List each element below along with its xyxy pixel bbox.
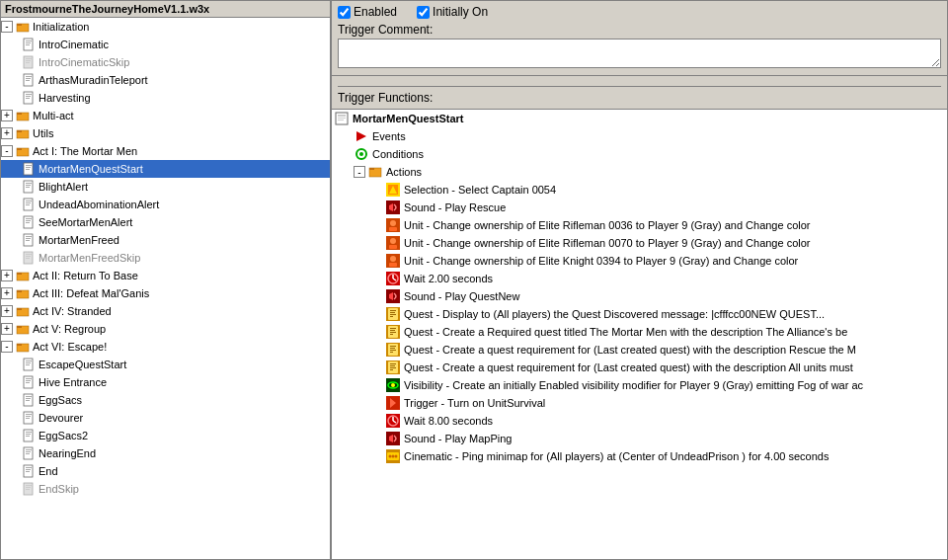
svg-rect-34 <box>26 202 31 203</box>
svg-rect-71 <box>26 414 32 415</box>
svg-rect-15 <box>26 94 32 95</box>
tree-item-undead[interactable]: UndeadAbominationAlert <box>1 196 330 213</box>
svg-rect-49 <box>17 273 22 275</box>
expand-btn[interactable]: + <box>1 110 13 121</box>
action-item[interactable]: Quest - Create a Required quest titled T… <box>383 323 947 341</box>
tree-item-label: Harvesting <box>39 90 91 106</box>
tree-item-label: NearingEnd <box>39 445 96 461</box>
folder-icon <box>15 285 31 301</box>
folder-icon <box>15 339 31 355</box>
initially-on-checkbox-item[interactable]: Initially On <box>417 5 488 19</box>
action-label: Wait 2.00 seconds <box>404 272 493 286</box>
svg-rect-75 <box>26 432 32 433</box>
enabled-checkbox-item[interactable]: Enabled <box>338 5 397 19</box>
tree-item-label: UndeadAbominationAlert <box>39 197 159 212</box>
svg-rect-139 <box>390 363 396 364</box>
svg-rect-53 <box>17 308 22 310</box>
action-item[interactable]: Wait 2.00 seconds <box>383 270 947 287</box>
expand-btn[interactable]: + <box>1 323 13 335</box>
tree-item-act4[interactable]: +Act IV: Stranded <box>1 302 330 320</box>
tree-item-escape[interactable]: EscapeQuestStart <box>1 356 330 373</box>
tree-item-eggs[interactable]: EggSacs <box>1 391 330 409</box>
doc-icon <box>21 357 37 372</box>
tree-item-mortar-freed[interactable]: MortarMenFreed <box>1 231 330 249</box>
left-panel: FrostmourneTheJourneyHomeV1.1.w3x -Initi… <box>1 1 332 559</box>
action-label: Unit - Change ownership of Elite Knight … <box>404 254 798 269</box>
svg-rect-25 <box>26 165 32 166</box>
svg-rect-112 <box>389 263 397 267</box>
tree-item-multi[interactable]: +Multi-act <box>1 107 330 124</box>
tree-item-intro[interactable]: IntroCinematic <box>1 36 330 53</box>
tree-item-arthas[interactable]: ArthasMuradinTeleport <box>1 71 330 89</box>
tree-item-end[interactable]: End <box>1 462 330 480</box>
expand-btn[interactable]: + <box>1 287 13 299</box>
expand-btn[interactable]: - <box>1 145 13 157</box>
tree-item-end-skip[interactable]: EndSkip <box>1 480 330 498</box>
actions-icon <box>367 164 383 180</box>
tree-item-blight[interactable]: BlightAlert <box>1 178 330 196</box>
tree-item-label: Act II: Return To Base <box>33 268 138 283</box>
expand-btn[interactable]: - <box>1 21 13 33</box>
tree-item-act6[interactable]: -Act VI: Escape! <box>1 338 330 356</box>
tree-item-utils[interactable]: +Utils <box>1 124 330 142</box>
svg-rect-61 <box>26 364 30 365</box>
action-item[interactable]: Sound - Play MapPing <box>383 430 947 447</box>
svg-rect-17 <box>26 98 30 99</box>
tree-item-mortar-quest[interactable]: MortarMenQuestStart <box>1 160 330 178</box>
action-item[interactable]: Quest - Create a quest requirement for (… <box>383 359 947 376</box>
initially-on-checkbox[interactable] <box>417 6 430 19</box>
tree-item-intro-skip[interactable]: IntroCinematicSkip <box>1 53 330 71</box>
action-item[interactable]: Quest - Display to (All players) the Que… <box>383 305 947 323</box>
folder-icon <box>15 143 31 159</box>
action-item[interactable]: Unit - Change ownership of Elite Riflema… <box>383 234 947 252</box>
tree-item-hive[interactable]: Hive Entrance <box>1 373 330 391</box>
tree-item-label: EndSkip <box>39 481 79 497</box>
tree-item-init[interactable]: -Initialization <box>1 18 330 36</box>
svg-rect-72 <box>26 416 31 417</box>
tree-item-act3[interactable]: +Act III: Defeat Mal'Ganis <box>1 284 330 302</box>
svg-rect-89 <box>26 489 30 490</box>
svg-rect-23 <box>17 148 22 150</box>
action-label: Sound - Play MapPing <box>404 432 512 446</box>
svg-rect-79 <box>26 449 32 450</box>
actions-expand[interactable]: - <box>354 166 365 178</box>
action-item[interactable]: Trigger - Turn on UnitSurvival <box>383 394 947 412</box>
trigger-comment-input[interactable] <box>338 39 941 68</box>
action-item[interactable]: Sound - Play QuestNew <box>383 287 947 305</box>
expand-btn[interactable]: + <box>1 305 13 317</box>
initially-on-label: Initially On <box>433 5 488 19</box>
action-item[interactable]: Unit - Change ownership of Elite Knight … <box>383 252 947 270</box>
tree-item-devourer[interactable]: Devourer <box>1 409 330 427</box>
tree-item-act5[interactable]: +Act V: Regroup <box>1 320 330 338</box>
action-item[interactable]: Unit - Change ownership of Elite Riflema… <box>383 216 947 234</box>
action-item[interactable]: Wait 8.00 seconds <box>383 412 947 430</box>
tree-item-see-mortar[interactable]: SeeMortarMenAlert <box>1 213 330 231</box>
svg-rect-59 <box>26 360 32 361</box>
action-type-icon <box>385 431 401 446</box>
expand-btn[interactable]: + <box>1 127 13 139</box>
action-item[interactable]: Cinematic - Ping minimap for (All player… <box>383 447 947 465</box>
tree-item-harvest[interactable]: Harvesting <box>1 89 330 107</box>
action-item[interactable]: Visibility - Create an initially Enabled… <box>383 376 947 394</box>
expand-btn[interactable]: + <box>1 270 13 281</box>
action-type-icon <box>385 360 401 375</box>
svg-rect-81 <box>26 453 30 454</box>
action-item[interactable]: Sound - Play Rescue <box>383 199 947 216</box>
svg-point-105 <box>390 220 396 226</box>
tree-item-mortar-freed-skip[interactable]: MortarMenFreedSkip <box>1 249 330 267</box>
action-item[interactable]: Selection - Select Captain 0054 <box>383 181 947 199</box>
tree-item-nearing[interactable]: NearingEnd <box>1 444 330 462</box>
tree-item-label: Hive Entrance <box>39 374 107 390</box>
enabled-checkbox[interactable] <box>338 6 351 19</box>
tree-item-act2[interactable]: +Act II: Return To Base <box>1 267 330 284</box>
svg-rect-4 <box>26 42 31 43</box>
tree-item-act1[interactable]: -Act I: The Mortar Men <box>1 142 330 160</box>
svg-rect-77 <box>26 436 30 437</box>
doc-icon <box>21 161 37 177</box>
functions-area[interactable]: MortarMenQuestStart Events <box>332 109 947 559</box>
folder-icon <box>15 303 31 319</box>
tree-item-eggs2[interactable]: EggSacs2 <box>1 427 330 444</box>
svg-point-158 <box>395 455 398 458</box>
action-item[interactable]: Quest - Create a quest requirement for (… <box>383 341 947 359</box>
expand-btn[interactable]: - <box>1 341 13 353</box>
